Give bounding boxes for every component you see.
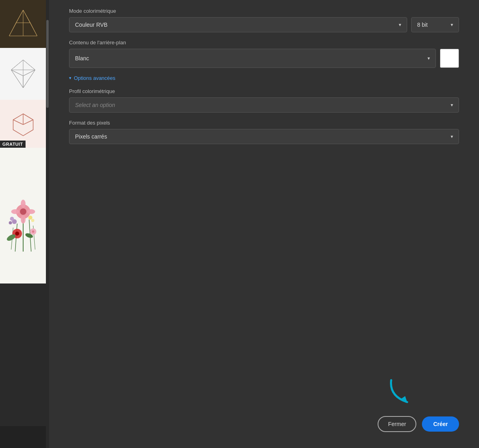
svg-line-17 xyxy=(13,120,23,125)
template-thumb-1[interactable] xyxy=(0,0,46,48)
svg-point-33 xyxy=(28,216,32,220)
color-mode-group: Mode colorimétrique Couleur RVB ▾ 8 bit … xyxy=(69,8,459,32)
color-profile-chevron-icon: ▾ xyxy=(451,102,453,108)
svg-marker-13 xyxy=(23,70,35,88)
color-profile-placeholder: Select an option xyxy=(75,102,115,108)
color-mode-label: Mode colorimétrique xyxy=(69,8,459,14)
pixel-format-label: Format des pixels xyxy=(69,120,459,126)
bit-depth-chevron-icon: ▾ xyxy=(451,22,453,28)
background-dropdown[interactable]: Blanc ▾ xyxy=(69,49,436,68)
background-chevron-icon: ▾ xyxy=(428,56,430,61)
pixel-format-group: Format des pixels Pixels carrés ▾ xyxy=(69,120,459,144)
template-thumb-4[interactable] xyxy=(0,148,46,283)
bit-depth-value: 8 bit xyxy=(417,22,428,28)
pixel-format-chevron-icon: ▾ xyxy=(451,134,453,139)
color-mode-chevron-icon: ▾ xyxy=(399,22,401,28)
color-profile-dropdown[interactable]: Select an option ▾ xyxy=(69,97,459,113)
pixel-format-dropdown[interactable]: Pixels carrés ▾ xyxy=(69,129,459,144)
svg-point-32 xyxy=(9,221,12,224)
arrow-annotation xyxy=(385,376,417,408)
gratuit-badge: GRATUIT xyxy=(0,141,26,148)
svg-line-5 xyxy=(16,10,23,23)
background-content-label: Contenu de l'arrière-plan xyxy=(69,40,459,46)
svg-line-7 xyxy=(9,23,16,36)
color-mode-value: Couleur RVB xyxy=(75,22,107,28)
color-mode-dropdown[interactable]: Couleur RVB ▾ xyxy=(69,17,407,32)
settings-panel: Mode colorimétrique Couleur RVB ▾ 8 bit … xyxy=(49,0,479,448)
pixel-format-value: Pixels carrés xyxy=(75,133,107,140)
svg-point-26 xyxy=(21,200,26,208)
fermer-button[interactable]: Fermer xyxy=(378,416,416,432)
svg-point-34 xyxy=(31,219,34,222)
background-content-group: Contenu de l'arrière-plan Blanc ▾ xyxy=(69,40,459,68)
background-content-row: Blanc ▾ xyxy=(69,49,459,68)
advanced-chevron-icon: ▾ xyxy=(69,75,71,81)
thumbnail-panel: GRATUIT xyxy=(0,0,46,448)
svg-line-6 xyxy=(23,10,30,23)
advanced-options-link[interactable]: ▾ Options avancées xyxy=(69,75,459,81)
svg-point-25 xyxy=(20,208,26,215)
advanced-options-label: Options avancées xyxy=(74,75,115,81)
background-value: Blanc xyxy=(75,55,89,61)
color-swatch[interactable] xyxy=(440,49,459,68)
svg-marker-14 xyxy=(11,70,23,88)
svg-point-31 xyxy=(10,217,14,221)
color-profile-label: Profil colorimétrique xyxy=(69,88,459,94)
color-mode-row: Couleur RVB ▾ 8 bit ▾ xyxy=(69,17,459,32)
bit-depth-dropdown[interactable]: 8 bit ▾ xyxy=(411,17,459,32)
svg-point-28 xyxy=(11,209,19,214)
creer-button[interactable]: Créer xyxy=(422,416,459,432)
color-profile-group: Profil colorimétrique Select an option ▾ xyxy=(69,88,459,113)
scrollbar[interactable] xyxy=(46,0,49,448)
svg-line-18 xyxy=(23,120,33,125)
svg-point-27 xyxy=(21,216,26,224)
panel-bottom-bar xyxy=(0,426,46,448)
svg-point-40 xyxy=(32,230,34,233)
scrollbar-thumb[interactable] xyxy=(46,20,49,108)
svg-line-8 xyxy=(30,23,37,36)
template-thumb-3[interactable]: GRATUIT xyxy=(0,100,46,148)
button-row: Fermer Créer xyxy=(378,416,459,432)
svg-point-29 xyxy=(27,209,35,214)
svg-point-36 xyxy=(15,232,19,236)
template-thumb-2[interactable] xyxy=(0,48,46,100)
